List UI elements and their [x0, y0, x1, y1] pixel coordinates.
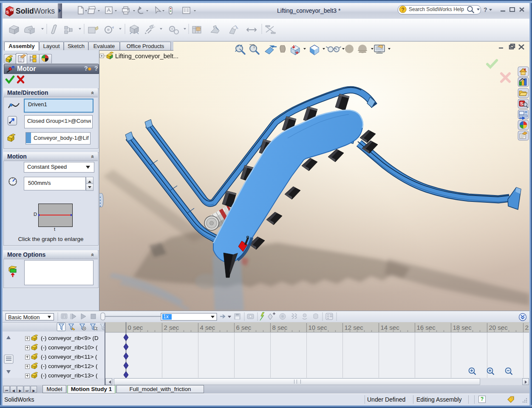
svg-text:14 sec: 14 sec — [381, 324, 400, 331]
svg-text:S: S — [6, 10, 8, 15]
svg-text:6 sec: 6 sec — [236, 324, 252, 331]
svg-text:S: S — [520, 101, 523, 106]
svg-text:2 sec: 2 sec — [164, 324, 179, 331]
svg-text:?: ? — [484, 6, 487, 13]
svg-text:10 sec: 10 sec — [308, 324, 328, 331]
svg-text:4 sec: 4 sec — [200, 324, 215, 331]
svg-text:12 sec: 12 sec — [345, 324, 364, 331]
svg-text:20 sec: 20 sec — [489, 324, 508, 331]
svg-text:16 sec: 16 sec — [417, 324, 436, 331]
svg-text:Lifting_conveyor_belt...: Lifting_conveyor_belt... — [115, 53, 178, 60]
svg-text:W: W — [10, 7, 14, 12]
svg-text:1x: 1x — [163, 314, 169, 320]
svg-text:?: ? — [402, 7, 405, 13]
svg-text:18 sec: 18 sec — [453, 324, 472, 331]
svg-text:0 sec: 0 sec — [128, 324, 143, 331]
svg-text:22 s: 22 s — [525, 324, 529, 331]
svg-text:8 sec: 8 sec — [272, 324, 288, 331]
